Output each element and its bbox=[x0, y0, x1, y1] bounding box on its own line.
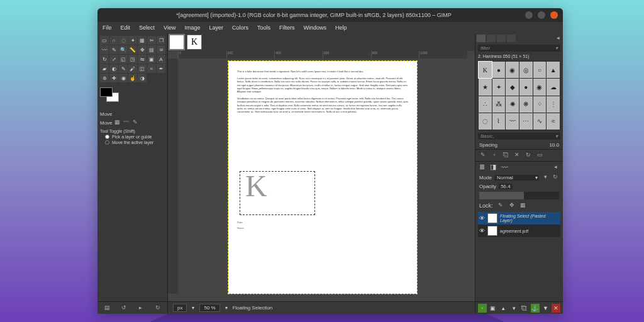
layers-tab-icon[interactable]: ≣ bbox=[479, 163, 485, 171]
channels-tab-icon[interactable]: ◨ bbox=[490, 163, 496, 171]
menu-select[interactable]: Select bbox=[139, 25, 155, 31]
tool-smudge[interactable]: ☝ bbox=[128, 74, 137, 82]
menu-layer[interactable]: Layer bbox=[209, 25, 223, 31]
layer-icon[interactable]: ▦ bbox=[114, 119, 121, 126]
menu-image[interactable]: Image bbox=[184, 25, 200, 31]
brush-item[interactable]: ⋯ bbox=[519, 113, 533, 130]
tool-shear[interactable]: ◱ bbox=[119, 55, 128, 64]
spacing-value[interactable]: 10.0 bbox=[549, 142, 559, 148]
layer-group-button[interactable]: ▣ bbox=[489, 304, 497, 313]
radio-move-active[interactable] bbox=[105, 140, 109, 145]
new-brush-icon[interactable]: ▫ bbox=[491, 152, 498, 159]
tool-airbrush[interactable]: ≈ bbox=[147, 64, 156, 73]
restore-options-icon[interactable]: ↺ bbox=[120, 304, 128, 312]
tool-scale[interactable]: ⤢ bbox=[109, 55, 118, 64]
brush-item[interactable]: ☁ bbox=[547, 79, 560, 95]
lock-pixels-icon[interactable]: ✎ bbox=[497, 202, 504, 209]
brush-item[interactable]: ◎ bbox=[519, 62, 533, 78]
canvas[interactable]: This is a fake document that needs a sig… bbox=[178, 58, 467, 301]
tool-pencil[interactable]: ✎ bbox=[119, 64, 128, 73]
menu-windows[interactable]: Windows bbox=[303, 25, 326, 31]
history-tab[interactable] bbox=[507, 35, 516, 42]
tool-color-picker[interactable]: ✎ bbox=[109, 45, 118, 54]
tool-ellipse-select[interactable]: ○ bbox=[109, 36, 118, 45]
opacity-value[interactable]: 56.4 bbox=[499, 184, 513, 189]
brush-item[interactable]: ▲ bbox=[547, 62, 560, 78]
brush-item[interactable]: ○ bbox=[533, 62, 547, 78]
tool-scissors[interactable]: ✂ bbox=[147, 36, 156, 45]
image-tab-2[interactable]: K bbox=[187, 35, 202, 50]
lower-layer-button[interactable]: ▾ bbox=[509, 304, 518, 313]
brush-item[interactable]: ◆ bbox=[506, 79, 519, 95]
brush-item[interactable]: ✺ bbox=[506, 96, 519, 113]
brush-item[interactable]: ● bbox=[519, 79, 533, 95]
lock-position-icon[interactable]: ✥ bbox=[508, 202, 516, 209]
new-layer-button[interactable]: ▫ bbox=[478, 304, 487, 313]
brush-item[interactable]: K bbox=[479, 62, 492, 78]
brush-item[interactable]: ◉ bbox=[533, 79, 547, 95]
brush-item[interactable]: ⁂ bbox=[492, 96, 506, 113]
zoom-select[interactable]: 50 % bbox=[199, 304, 219, 312]
layers-menu-icon[interactable]: ◂ bbox=[552, 164, 559, 171]
layer-floating-selection[interactable]: 👁 Floating Select (Pasted Layer) bbox=[478, 212, 560, 225]
raise-layer-button[interactable]: ▴ bbox=[499, 304, 508, 313]
tool-bucket[interactable]: ▰ bbox=[100, 64, 109, 73]
tool-rect-select[interactable]: ▭ bbox=[100, 36, 109, 45]
dup-layer-button[interactable]: ⿻ bbox=[520, 304, 529, 313]
open-brush-icon[interactable]: ▭ bbox=[536, 152, 543, 159]
tool-crop[interactable]: ⧆ bbox=[157, 45, 165, 54]
tool-eraser[interactable]: ◫ bbox=[138, 64, 147, 73]
edit-brush-icon[interactable]: ✎ bbox=[479, 152, 487, 159]
save-options-icon[interactable]: ▤ bbox=[103, 304, 111, 312]
brushes-tab[interactable] bbox=[477, 35, 486, 42]
dup-brush-icon[interactable]: ⿻ bbox=[502, 152, 509, 159]
tool-measure[interactable]: 📏 bbox=[128, 45, 137, 54]
patterns-tab[interactable] bbox=[487, 35, 496, 42]
image-tab-1[interactable] bbox=[169, 35, 184, 50]
delete-layer-button[interactable]: ✕ bbox=[552, 304, 560, 313]
color-swatches[interactable] bbox=[100, 87, 125, 106]
menu-view[interactable]: View bbox=[164, 25, 175, 31]
selection-icon[interactable]: ✎ bbox=[131, 119, 139, 126]
tool-fuzzy-select[interactable]: ✦ bbox=[128, 36, 137, 45]
brush-item[interactable]: ● bbox=[492, 62, 506, 78]
refresh-brush-icon[interactable]: ↻ bbox=[525, 152, 532, 159]
menu-edit[interactable]: Edit bbox=[121, 25, 131, 31]
floating-selection-box[interactable]: K bbox=[240, 171, 315, 215]
mode-chevron-icon[interactable]: ▾ bbox=[541, 174, 549, 181]
minimize-button[interactable] bbox=[525, 11, 533, 19]
tool-text[interactable]: A bbox=[157, 55, 165, 64]
paths-tab-icon[interactable]: 〰 bbox=[501, 164, 508, 171]
brush-item[interactable]: ❋ bbox=[519, 96, 533, 113]
tool-foreground[interactable]: ❐ bbox=[157, 36, 165, 45]
tool-zoom[interactable]: 🔍 bbox=[119, 45, 128, 54]
layer-agreement[interactable]: 👁 agreement.pdf bbox=[478, 225, 560, 237]
tool-clone[interactable]: ⊕ bbox=[100, 74, 109, 82]
tool-dodge[interactable]: ◑ bbox=[138, 74, 147, 82]
zoom-chevron-icon[interactable]: ▾ bbox=[225, 305, 228, 311]
tool-blur[interactable]: ◉ bbox=[119, 74, 128, 82]
brush-preset-select[interactable]: Basic, bbox=[478, 133, 560, 140]
fg-color[interactable] bbox=[100, 87, 113, 97]
brush-item[interactable]: ⁘ bbox=[533, 96, 547, 113]
radio-pick-layer[interactable] bbox=[105, 135, 109, 139]
menu-filters[interactable]: Filters bbox=[279, 25, 295, 31]
tool-cage[interactable]: ▣ bbox=[147, 55, 156, 64]
mode-reset-icon[interactable]: ↻ bbox=[552, 174, 559, 181]
brush-filter-input[interactable]: filter bbox=[478, 45, 560, 52]
panel-menu-icon[interactable]: ◂ bbox=[554, 35, 562, 42]
tool-flip[interactable]: ⇋ bbox=[138, 55, 147, 64]
brush-item[interactable]: ★ bbox=[479, 79, 492, 95]
tool-perspective[interactable]: ◳ bbox=[128, 55, 137, 64]
visibility-icon[interactable]: 👁 bbox=[479, 228, 485, 234]
tool-move[interactable]: ✥ bbox=[138, 45, 147, 54]
tool-heal[interactable]: ✚ bbox=[109, 74, 118, 82]
tool-align[interactable]: ▤ bbox=[147, 45, 156, 54]
brush-item[interactable]: ✦ bbox=[492, 79, 506, 95]
brush-item[interactable]: 〰 bbox=[506, 113, 519, 130]
close-button[interactable] bbox=[550, 11, 558, 19]
tool-free-select[interactable]: ◌ bbox=[119, 36, 128, 45]
merge-layer-button[interactable]: ▼ bbox=[541, 304, 550, 313]
reset-options-icon[interactable]: ↻ bbox=[154, 304, 162, 312]
menu-tools[interactable]: Tools bbox=[257, 25, 270, 31]
